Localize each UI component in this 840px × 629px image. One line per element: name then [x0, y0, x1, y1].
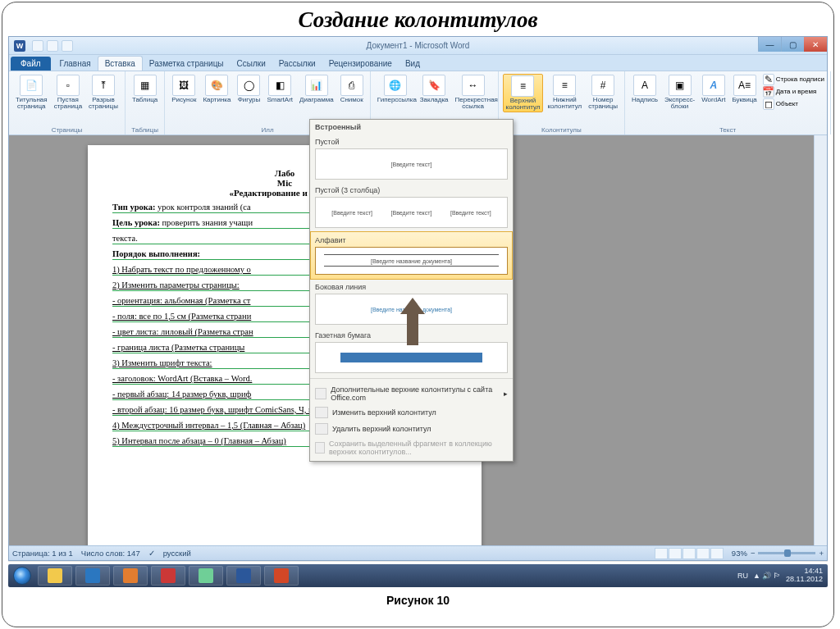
bookmark-icon: 🔖 [422, 75, 445, 96]
dropcap-button[interactable]: A≡Буквица [729, 74, 759, 104]
object-button[interactable]: ◻Объект [761, 98, 826, 110]
quick-access-toolbar [32, 40, 73, 52]
blank-page-button[interactable]: ▫Пустая страница [52, 74, 84, 111]
page-break-icon: ⤒ [92, 75, 115, 96]
group-headers: ≡Верхний колонтитул ≡Нижний колонтитул #… [499, 71, 626, 134]
taskbar-app-3[interactable] [113, 566, 148, 586]
page-number-button[interactable]: #Номер страницы [586, 74, 620, 111]
object-icon: ◻ [763, 98, 774, 110]
shapes-button[interactable]: ◯Фигуры [235, 74, 262, 104]
clipart-button[interactable]: 🎨Картинка [200, 74, 233, 104]
tab-layout[interactable]: Разметка страницы [143, 57, 231, 71]
titlebar: W Документ1 - Microsoft Word — ▢ ✕ [9, 37, 827, 55]
page-number-icon: # [591, 75, 614, 96]
maximize-button[interactable]: ▢ [781, 37, 804, 52]
windows-orb-icon [13, 567, 31, 585]
date-icon: 📅 [763, 86, 774, 98]
screenshot-icon: ⎙ [340, 75, 363, 96]
tab-references[interactable]: Ссылки [231, 57, 272, 71]
start-button[interactable] [8, 564, 36, 587]
quickparts-button[interactable]: ▣Экспресс-блоки [662, 74, 697, 111]
header-icon: ≡ [511, 75, 534, 97]
figure-caption: Рисунок 10 [2, 587, 833, 607]
zoom-control[interactable]: 93% − + [732, 549, 824, 558]
gallery-item[interactable]: Алфавит[Введите название документа] [310, 231, 513, 280]
annotation-arrow [400, 298, 425, 345]
status-lang[interactable]: русский [163, 549, 191, 558]
footer-icon: ≡ [553, 75, 576, 96]
gallery-menu-item: Сохранить выделенный фрагмент в коллекци… [310, 437, 513, 458]
chart-icon: 📊 [305, 75, 328, 96]
header-gallery: Встроенный Пустой[Введите текст]Пустой (… [309, 119, 514, 462]
taskbar-app-1[interactable] [38, 566, 72, 586]
file-tab[interactable]: Файл [11, 57, 51, 71]
header-button[interactable]: ≡Верхний колонтитул [503, 74, 544, 112]
cover-page-button[interactable]: 📄Титульная страница [13, 74, 50, 111]
taskbar-powerpoint[interactable] [264, 566, 299, 586]
status-words: Число слов: 147 [81, 549, 140, 558]
signature-icon: ✎ [763, 74, 774, 85]
window-controls: — ▢ ✕ [758, 37, 827, 52]
taskbar-word[interactable] [226, 566, 261, 586]
taskbar: RU ▲ 🔊 🏳 14:41 28.11.2012 [8, 564, 828, 587]
hyperlink-button[interactable]: 🌐Гиперссылка [375, 74, 416, 104]
tab-mailings[interactable]: Рассылки [272, 57, 322, 71]
gallery-item[interactable]: Пустой (3 столбца)[Введите текст][Введит… [310, 183, 513, 231]
textbox-button[interactable]: AНадпись [629, 74, 660, 104]
wordart-button[interactable]: AWordArt [699, 74, 728, 104]
close-button[interactable]: ✕ [804, 37, 827, 52]
qat-redo-icon[interactable] [62, 40, 73, 52]
view-buttons[interactable] [655, 548, 724, 559]
menu-icon [315, 388, 326, 399]
system-tray[interactable]: RU ▲ 🔊 🏳 14:41 28.11.2012 [733, 567, 828, 584]
taskbar-app-4[interactable] [151, 566, 185, 586]
qat-save-icon[interactable] [32, 40, 43, 52]
quickparts-icon: ▣ [669, 75, 692, 96]
window-title: Документ1 - Microsoft Word [367, 41, 470, 50]
crossref-button[interactable]: ↔Перекрестная ссылка [453, 74, 494, 111]
group-tables: ▦Таблица Таблицы [126, 71, 165, 134]
status-page: Страница: 1 из 1 [12, 549, 73, 558]
gallery-menu-item[interactable]: Удалить верхний колонтитул [310, 421, 513, 437]
smartart-button[interactable]: ◧SmartArt [264, 74, 295, 104]
bookmark-button[interactable]: 🔖Закладка [418, 74, 451, 104]
gallery-heading: Встроенный [310, 120, 513, 134]
taskbar-app-5[interactable] [189, 566, 223, 586]
minimize-button[interactable]: — [758, 37, 781, 52]
tray-lang: RU [737, 572, 748, 580]
footer-button[interactable]: ≡Нижний колонтитул [545, 74, 584, 111]
picture-button[interactable]: 🖼Рисунок [169, 74, 199, 104]
tab-home[interactable]: Главная [53, 57, 98, 71]
gallery-menu-item[interactable]: Дополнительные верхние колонтитулы с сай… [310, 383, 513, 404]
shapes-icon: ◯ [237, 75, 260, 96]
chart-button[interactable]: 📊Диаграмма [297, 74, 336, 104]
gallery-item[interactable]: Пустой[Введите текст] [310, 134, 513, 183]
textbox-icon: A [633, 75, 656, 96]
qat-undo-icon[interactable] [47, 40, 58, 52]
group-symbols: πФормула ΩСимвол Символы [831, 71, 834, 134]
menu-icon [315, 442, 325, 454]
table-icon: ▦ [134, 75, 157, 96]
clipart-icon: 🎨 [205, 75, 228, 96]
screenshot-button[interactable]: ⎙Снимок [338, 74, 366, 104]
ribbon-tabs: Файл Главная Вставка Разметка страницы С… [9, 55, 827, 71]
tab-review[interactable]: Рецензирование [322, 57, 399, 71]
tray-date: 28.11.2012 [786, 576, 823, 584]
gallery-menu-item[interactable]: Изменить верхний колонтитул [310, 404, 513, 421]
tab-insert[interactable]: Вставка [98, 56, 143, 71]
group-pages: 📄Титульная страница ▫Пустая страница ⤒Ра… [9, 71, 126, 134]
hyperlink-icon: 🌐 [384, 75, 407, 96]
vertical-scrollbar[interactable] [814, 135, 827, 551]
dropcap-icon: A≡ [733, 75, 756, 96]
taskbar-app-2[interactable] [75, 566, 110, 586]
status-proof-icon[interactable]: ✓ [148, 549, 155, 558]
date-time-button[interactable]: 📅Дата и время [761, 86, 826, 98]
page-break-button[interactable]: ⤒Разрыв страницы [86, 74, 121, 111]
tab-view[interactable]: Вид [399, 57, 427, 71]
word-icon: W [14, 40, 25, 52]
signature-line-button[interactable]: ✎Строка подписи [761, 74, 826, 85]
table-button[interactable]: ▦Таблица [130, 74, 160, 104]
tray-icons: ▲ 🔊 🏳 [753, 572, 781, 580]
menu-icon [315, 407, 328, 418]
group-text: AНадпись ▣Экспресс-блоки AWordArt A≡Букв… [625, 71, 831, 134]
